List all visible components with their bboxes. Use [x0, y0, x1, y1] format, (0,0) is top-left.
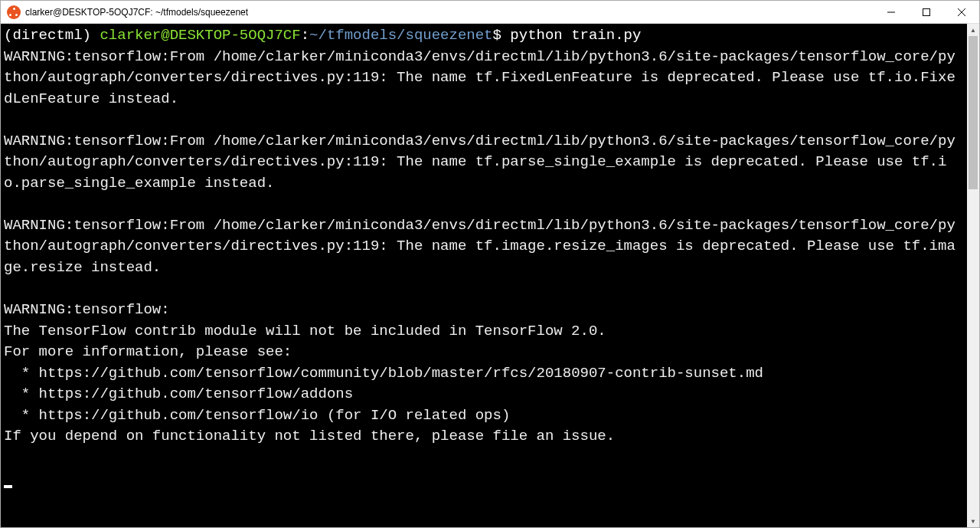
prompt-env: (directml) [4, 27, 100, 44]
maximize-icon [923, 8, 930, 16]
window-title: clarker@DESKTOP-5OQJ7CF: ~/tfmodels/sque… [25, 7, 874, 18]
close-icon [958, 8, 965, 16]
window-controls [874, 1, 979, 23]
terminal-window: clarker@DESKTOP-5OQJ7CF: ~/tfmodels/sque… [0, 0, 980, 528]
output-line: WARNING:tensorflow: [4, 301, 170, 318]
terminal-output[interactable]: (directml) clarker@DESKTOP-5OQJ7CF:~/tfm… [1, 24, 967, 527]
titlebar[interactable]: clarker@DESKTOP-5OQJ7CF: ~/tfmodels/sque… [1, 1, 979, 24]
output-line: * https://github.com/tensorflow/addons [4, 385, 353, 402]
output-line: * https://github.com/tensorflow/io (for … [4, 407, 510, 424]
close-button[interactable] [944, 1, 979, 23]
scrollbar-up-arrow[interactable]: ▲ [967, 24, 979, 36]
output-line: * https://github.com/tensorflow/communit… [4, 365, 763, 382]
prompt-colon: : [301, 27, 309, 44]
svg-rect-1 [923, 8, 930, 15]
terminal-cursor [4, 485, 12, 488]
prompt-dollar: $ [493, 27, 511, 44]
minimize-icon [887, 8, 895, 16]
prompt-path: ~/tfmodels/squeezenet [309, 27, 492, 44]
scrollbar-thumb[interactable] [969, 36, 978, 189]
terminal-wrapper: (directml) clarker@DESKTOP-5OQJ7CF:~/tfm… [1, 24, 979, 527]
minimize-button[interactable] [874, 1, 909, 23]
maximize-button[interactable] [909, 1, 944, 23]
output-line: The TensorFlow contrib module will not b… [4, 323, 606, 339]
output-line: If you depend on functionality not liste… [4, 428, 615, 444]
scrollbar-down-arrow[interactable]: ▼ [967, 515, 979, 527]
prompt-user-host: clarker@DESKTOP-5OQJ7CF [100, 27, 300, 44]
output-line: WARNING:tensorflow:From /home/clarker/mi… [4, 133, 956, 192]
output-line: For more information, please see: [4, 343, 292, 360]
prompt-command: python train.py [510, 27, 641, 44]
vertical-scrollbar[interactable]: ▲ ▼ [967, 24, 979, 527]
output-line: WARNING:tensorflow:From /home/clarker/mi… [4, 48, 956, 107]
ubuntu-icon [7, 5, 21, 19]
output-line: WARNING:tensorflow:From /home/clarker/mi… [4, 217, 956, 276]
